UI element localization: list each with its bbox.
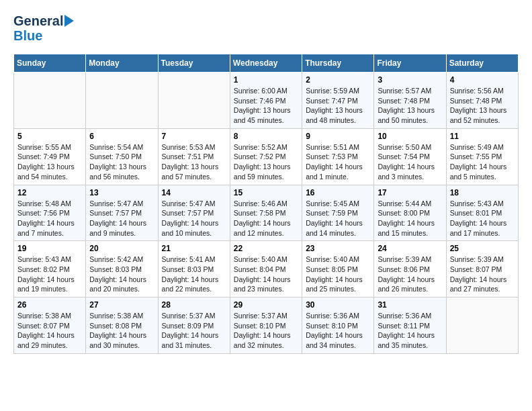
day-number: 5 (17, 132, 82, 141)
logo-general: General (13, 13, 63, 28)
day-info: Sunrise: 5:36 AMSunset: 8:11 PMDaylight:… (378, 311, 442, 351)
day-number: 14 (162, 188, 226, 197)
day-number: 20 (89, 244, 154, 253)
calendar-cell: 23Sunrise: 5:40 AMSunset: 8:05 PMDayligh… (302, 241, 374, 298)
logo-arrow-icon (64, 15, 74, 27)
day-info: Sunrise: 5:59 AMSunset: 7:47 PMDaylight:… (306, 86, 370, 126)
calendar-cell: 24Sunrise: 5:39 AMSunset: 8:06 PMDayligh… (374, 241, 446, 298)
day-number: 28 (162, 300, 226, 310)
calendar-cell: 2Sunrise: 5:59 AMSunset: 7:47 PMDaylight… (302, 73, 374, 129)
day-number: 16 (306, 188, 370, 197)
calendar-week-row: 1Sunrise: 6:00 AMSunset: 7:46 PMDaylight… (14, 73, 519, 129)
day-number: 27 (89, 300, 154, 310)
calendar-cell: 16Sunrise: 5:45 AMSunset: 7:59 PMDayligh… (302, 185, 374, 241)
calendar-week-row: 19Sunrise: 5:43 AMSunset: 8:02 PMDayligh… (14, 241, 519, 298)
day-number: 7 (162, 132, 226, 141)
calendar-cell: 1Sunrise: 6:00 AMSunset: 7:46 PMDaylight… (230, 73, 302, 129)
day-number: 15 (234, 188, 298, 197)
day-info: Sunrise: 5:53 AMSunset: 7:51 PMDaylight:… (162, 142, 226, 182)
calendar-week-row: 5Sunrise: 5:55 AMSunset: 7:49 PMDaylight… (14, 128, 519, 185)
calendar-cell: 5Sunrise: 5:55 AMSunset: 7:49 PMDaylight… (14, 128, 86, 185)
day-info: Sunrise: 5:39 AMSunset: 8:06 PMDaylight:… (378, 255, 442, 294)
day-info: Sunrise: 5:37 AMSunset: 8:09 PMDaylight:… (162, 311, 226, 351)
day-info: Sunrise: 5:40 AMSunset: 8:04 PMDaylight:… (234, 255, 298, 294)
day-number: 10 (378, 132, 442, 141)
calendar-cell: 8Sunrise: 5:52 AMSunset: 7:52 PMDaylight… (230, 128, 302, 185)
day-info: Sunrise: 5:36 AMSunset: 8:10 PMDaylight:… (306, 311, 370, 351)
day-info: Sunrise: 5:50 AMSunset: 7:54 PMDaylight:… (378, 142, 442, 182)
day-info: Sunrise: 5:38 AMSunset: 8:07 PMDaylight:… (17, 311, 82, 351)
day-info: Sunrise: 5:39 AMSunset: 8:07 PMDaylight:… (450, 255, 515, 294)
calendar-cell (14, 73, 86, 129)
day-number: 22 (234, 244, 298, 253)
day-header-sunday: Sunday (14, 54, 86, 73)
day-number: 9 (306, 132, 370, 141)
day-header-saturday: Saturday (446, 54, 518, 73)
day-info: Sunrise: 5:43 AMSunset: 8:01 PMDaylight:… (450, 199, 515, 238)
day-info: Sunrise: 5:49 AMSunset: 7:55 PMDaylight:… (450, 142, 515, 182)
calendar-cell: 15Sunrise: 5:46 AMSunset: 7:58 PMDayligh… (230, 185, 302, 241)
calendar-cell: 12Sunrise: 5:48 AMSunset: 7:56 PMDayligh… (14, 185, 86, 241)
day-number: 25 (450, 244, 515, 253)
day-header-wednesday: Wednesday (230, 54, 302, 73)
calendar-cell: 7Sunrise: 5:53 AMSunset: 7:51 PMDaylight… (158, 128, 230, 185)
calendar-header-row: SundayMondayTuesdayWednesdayThursdayFrid… (14, 54, 519, 73)
day-info: Sunrise: 5:56 AMSunset: 7:48 PMDaylight:… (450, 86, 515, 126)
day-info: Sunrise: 5:43 AMSunset: 8:02 PMDaylight:… (17, 255, 82, 294)
day-header-tuesday: Tuesday (158, 54, 230, 73)
calendar-cell: 30Sunrise: 5:36 AMSunset: 8:10 PMDayligh… (302, 298, 374, 354)
day-header-thursday: Thursday (302, 54, 374, 73)
calendar-cell: 22Sunrise: 5:40 AMSunset: 8:04 PMDayligh… (230, 241, 302, 298)
day-info: Sunrise: 5:51 AMSunset: 7:53 PMDaylight:… (306, 142, 370, 182)
day-number: 30 (306, 300, 370, 310)
day-number: 4 (450, 75, 515, 85)
day-header-friday: Friday (374, 54, 446, 73)
calendar-cell: 11Sunrise: 5:49 AMSunset: 7:55 PMDayligh… (446, 128, 518, 185)
calendar-week-row: 12Sunrise: 5:48 AMSunset: 7:56 PMDayligh… (14, 185, 519, 241)
day-number: 6 (89, 132, 154, 141)
calendar-cell: 20Sunrise: 5:42 AMSunset: 8:03 PMDayligh… (86, 241, 158, 298)
calendar-cell (446, 298, 518, 354)
calendar-cell: 21Sunrise: 5:41 AMSunset: 8:03 PMDayligh… (158, 241, 230, 298)
logo-blue: Blue (13, 28, 42, 43)
day-number: 12 (17, 188, 82, 197)
calendar-cell: 26Sunrise: 5:38 AMSunset: 8:07 PMDayligh… (14, 298, 86, 354)
day-number: 11 (450, 132, 515, 141)
day-number: 19 (17, 244, 82, 253)
day-info: Sunrise: 5:42 AMSunset: 8:03 PMDaylight:… (89, 255, 154, 294)
day-info: Sunrise: 5:47 AMSunset: 7:57 PMDaylight:… (89, 199, 154, 238)
calendar-cell: 14Sunrise: 5:47 AMSunset: 7:57 PMDayligh… (158, 185, 230, 241)
calendar-week-row: 26Sunrise: 5:38 AMSunset: 8:07 PMDayligh… (14, 298, 519, 354)
day-number: 3 (378, 75, 442, 85)
calendar-cell: 3Sunrise: 5:57 AMSunset: 7:48 PMDaylight… (374, 73, 446, 129)
calendar-cell: 27Sunrise: 5:38 AMSunset: 8:08 PMDayligh… (86, 298, 158, 354)
day-header-monday: Monday (86, 54, 158, 73)
day-info: Sunrise: 5:38 AMSunset: 8:08 PMDaylight:… (89, 311, 154, 351)
day-number: 24 (378, 244, 442, 253)
calendar-cell: 19Sunrise: 5:43 AMSunset: 8:02 PMDayligh… (14, 241, 86, 298)
day-info: Sunrise: 5:54 AMSunset: 7:50 PMDaylight:… (89, 142, 154, 182)
day-number: 17 (378, 188, 442, 197)
day-info: Sunrise: 5:48 AMSunset: 7:56 PMDaylight:… (17, 199, 82, 238)
day-info: Sunrise: 5:52 AMSunset: 7:52 PMDaylight:… (234, 142, 298, 182)
calendar-cell: 13Sunrise: 5:47 AMSunset: 7:57 PMDayligh… (86, 185, 158, 241)
day-info: Sunrise: 5:57 AMSunset: 7:48 PMDaylight:… (378, 86, 442, 126)
page-header: General Blue (13, 13, 519, 43)
day-number: 26 (17, 300, 82, 310)
day-number: 31 (378, 300, 442, 310)
day-info: Sunrise: 5:41 AMSunset: 8:03 PMDaylight:… (162, 255, 226, 294)
day-info: Sunrise: 5:37 AMSunset: 8:10 PMDaylight:… (234, 311, 298, 351)
calendar-cell: 31Sunrise: 5:36 AMSunset: 8:11 PMDayligh… (374, 298, 446, 354)
calendar-cell: 18Sunrise: 5:43 AMSunset: 8:01 PMDayligh… (446, 185, 518, 241)
calendar-cell: 17Sunrise: 5:44 AMSunset: 8:00 PMDayligh… (374, 185, 446, 241)
calendar-cell: 10Sunrise: 5:50 AMSunset: 7:54 PMDayligh… (374, 128, 446, 185)
calendar-cell: 25Sunrise: 5:39 AMSunset: 8:07 PMDayligh… (446, 241, 518, 298)
day-number: 21 (162, 244, 226, 253)
calendar-table: SundayMondayTuesdayWednesdayThursdayFrid… (13, 54, 519, 354)
day-number: 13 (89, 188, 154, 197)
day-number: 1 (234, 75, 298, 85)
day-number: 8 (234, 132, 298, 141)
calendar-cell: 9Sunrise: 5:51 AMSunset: 7:53 PMDaylight… (302, 128, 374, 185)
calendar-cell: 29Sunrise: 5:37 AMSunset: 8:10 PMDayligh… (230, 298, 302, 354)
calendar-cell: 4Sunrise: 5:56 AMSunset: 7:48 PMDaylight… (446, 73, 518, 129)
